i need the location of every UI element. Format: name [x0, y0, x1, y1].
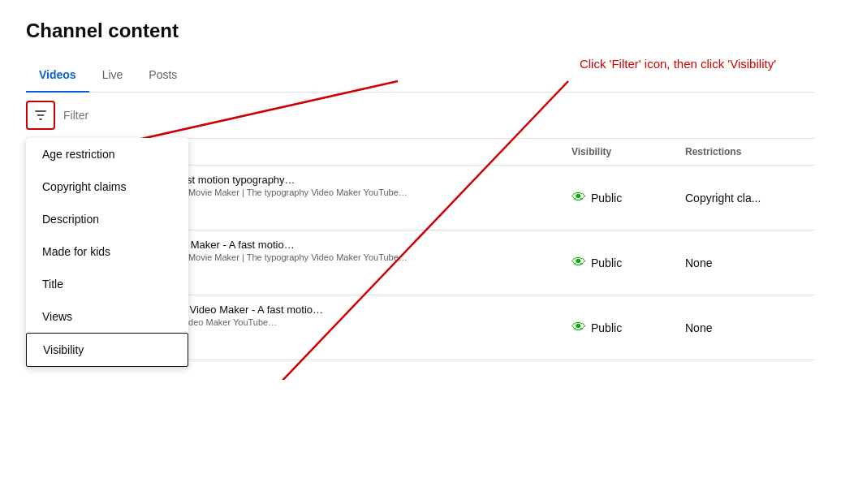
row-3-restrictions: None	[685, 321, 815, 334]
dropdown-item-views[interactable]: Views	[26, 300, 188, 333]
header-restrictions: Restrictions	[685, 146, 815, 157]
tab-live[interactable]: Live	[89, 58, 136, 93]
header-visibility: Visibility	[571, 146, 685, 157]
row-3-video-info: Typography Video Maker - A fast motio… T…	[132, 304, 559, 327]
filter-icon	[32, 107, 49, 123]
dropdown-item-age-restriction[interactable]: Age restriction	[26, 138, 188, 170]
row-3-visibility-label: Public	[591, 321, 622, 334]
row-1-visibility: 👁 Public	[571, 189, 685, 206]
row-1-video-info: o make a fast motion typography… d by Yo…	[132, 174, 559, 197]
row-2-restrictions: None	[685, 256, 815, 269]
row-3-eye-icon: 👁	[571, 319, 586, 336]
filter-row: Age restriction Copyright claims Descrip…	[26, 93, 815, 139]
tab-posts[interactable]: Posts	[136, 58, 190, 93]
row-2-visibility: 👁 Public	[571, 254, 685, 271]
dropdown-item-title[interactable]: Title	[26, 268, 188, 300]
row-1-visibility-label: Public	[591, 192, 622, 205]
dropdown-item-description[interactable]: Description	[26, 203, 188, 235]
row-3-visibility: 👁 Public	[571, 319, 685, 336]
dropdown-item-copyright-claims[interactable]: Copyright claims	[26, 170, 188, 203]
row-1-restrictions: Copyright cla...	[685, 192, 815, 205]
filter-input[interactable]	[63, 109, 226, 122]
page-title: Channel content	[26, 19, 815, 42]
dropdown-item-made-for-kids[interactable]: Made for kids	[26, 235, 188, 268]
dropdown-item-visibility[interactable]: Visibility	[26, 333, 188, 367]
filter-dropdown: Age restriction Copyright claims Descrip…	[26, 138, 188, 367]
row-2-video-info: raphy Video Maker - A fast motio… d by Y…	[132, 239, 559, 262]
row-2-visibility-label: Public	[591, 256, 622, 269]
tabs-container: Videos Live Posts	[26, 58, 815, 93]
row-2-eye-icon: 👁	[571, 254, 586, 271]
filter-button[interactable]	[26, 101, 55, 130]
row-1-eye-icon: 👁	[571, 189, 586, 206]
tab-videos[interactable]: Videos	[26, 58, 89, 93]
